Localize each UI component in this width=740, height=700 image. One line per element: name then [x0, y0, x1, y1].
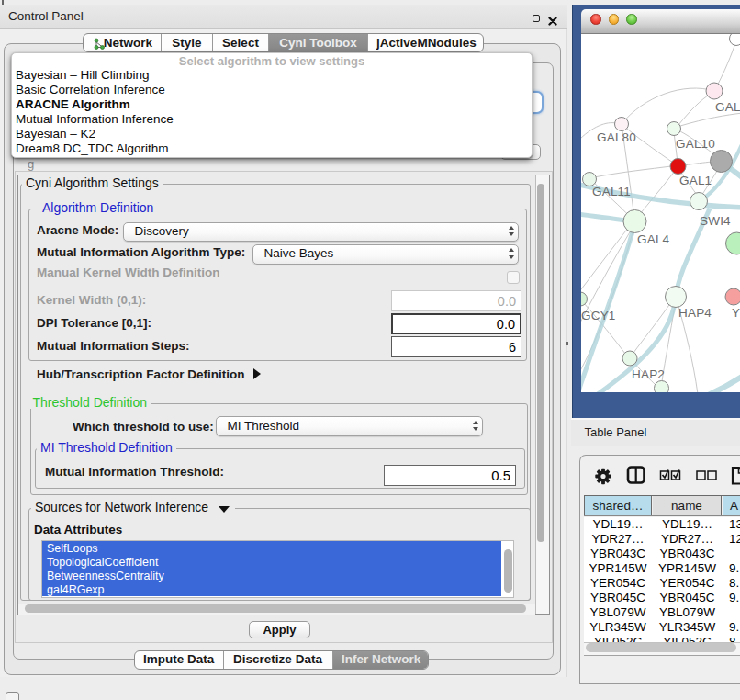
svg-text:GCY1: GCY1	[581, 309, 616, 322]
svg-text:GAL7: GAL7	[715, 100, 740, 114]
svg-text:GAL10: GAL10	[676, 137, 715, 151]
svg-text:SWI4: SWI4	[700, 214, 731, 228]
svg-text:HAP4: HAP4	[678, 306, 712, 320]
svg-text:GAL11: GAL11	[592, 185, 631, 198]
svg-text:HAP2: HAP2	[632, 367, 665, 381]
svg-text:GAL4: GAL4	[637, 232, 670, 246]
svg-text:GAL80: GAL80	[597, 130, 636, 144]
svg-text:Y: Y	[732, 306, 740, 320]
svg-text:GAL1: GAL1	[679, 174, 712, 187]
